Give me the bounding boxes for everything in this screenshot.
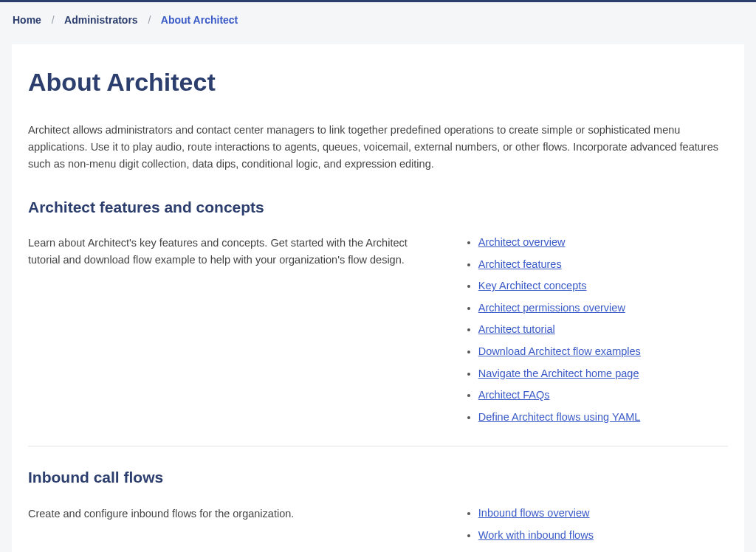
- link-architect-tutorial[interactable]: Architect tutorial: [478, 323, 555, 335]
- list-item: Inbound flows overview: [478, 506, 728, 521]
- list-item: Download Architect flow examples: [478, 344, 728, 359]
- link-architect-features[interactable]: Architect features: [478, 258, 562, 270]
- page-intro: Architect allows administrators and cont…: [28, 122, 728, 173]
- breadcrumb-administrators[interactable]: Administrators: [64, 14, 138, 26]
- list-item: Define Architect flows using YAML: [478, 410, 728, 425]
- link-key-concepts[interactable]: Key Architect concepts: [478, 280, 587, 291]
- link-work-inbound[interactable]: Work with inbound flows: [478, 529, 594, 541]
- list-item: Work with inbound flows: [478, 528, 728, 543]
- list-item: Create an inbound flow: [478, 549, 728, 552]
- link-permissions-overview[interactable]: Architect permissions overview: [478, 302, 625, 314]
- link-architect-overview[interactable]: Architect overview: [478, 236, 566, 248]
- breadcrumb-home[interactable]: Home: [13, 14, 41, 26]
- list-item: Architect features: [478, 257, 728, 272]
- link-define-flows-yaml[interactable]: Define Architect flows using YAML: [478, 411, 640, 423]
- list-item: Architect permissions overview: [478, 300, 728, 316]
- breadcrumb-current: About Architect: [161, 14, 238, 26]
- section-body: Create and configure inbound flows for t…: [28, 506, 728, 552]
- section-links: Inbound flows overview Work with inbound…: [464, 506, 728, 552]
- section-description: Learn about Architect's key features and…: [28, 235, 434, 431]
- breadcrumb-sep: /: [148, 14, 151, 26]
- link-list: Architect overview Architect features Ke…: [464, 235, 728, 424]
- section-links: Architect overview Architect features Ke…: [464, 235, 728, 431]
- link-navigate-home[interactable]: Navigate the Architect home page: [478, 368, 639, 379]
- section-features: Architect features and concepts Learn ab…: [28, 196, 728, 432]
- section-heading: Architect features and concepts: [28, 196, 728, 219]
- section-inbound-flows: Inbound call flows Create and configure …: [28, 466, 728, 552]
- link-inbound-overview[interactable]: Inbound flows overview: [478, 507, 590, 519]
- content: About Architect Architect allows adminis…: [12, 44, 744, 552]
- list-item: Key Architect concepts: [478, 278, 728, 294]
- breadcrumb: Home / Administrators / About Architect: [0, 2, 756, 38]
- list-item: Architect tutorial: [478, 322, 728, 337]
- section-body: Learn about Architect's key features and…: [28, 235, 728, 431]
- divider: [28, 446, 728, 446]
- list-item: Navigate the Architect home page: [478, 366, 728, 382]
- link-download-examples[interactable]: Download Architect flow examples: [478, 345, 641, 357]
- section-heading: Inbound call flows: [28, 466, 728, 489]
- breadcrumb-sep: /: [52, 14, 55, 26]
- section-description: Create and configure inbound flows for t…: [28, 506, 434, 552]
- list-item: Architect overview: [478, 235, 728, 250]
- page-title: About Architect: [28, 63, 728, 101]
- link-architect-faqs[interactable]: Architect FAQs: [478, 389, 550, 401]
- link-list: Inbound flows overview Work with inbound…: [464, 506, 728, 552]
- list-item: Architect FAQs: [478, 387, 728, 403]
